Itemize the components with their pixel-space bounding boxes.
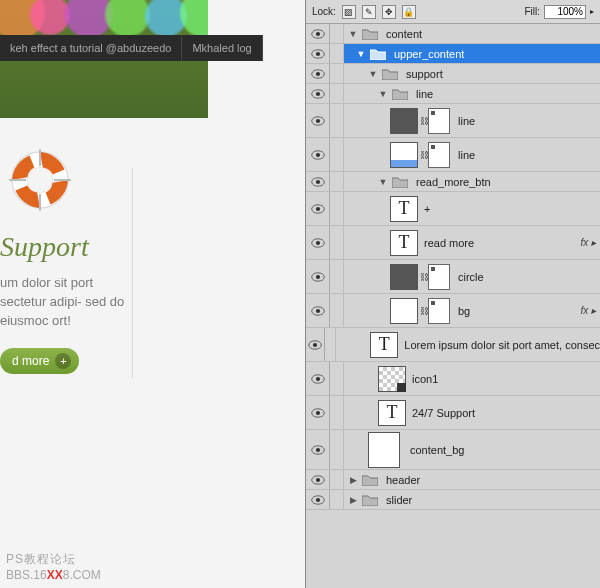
lock-label: Lock:: [312, 6, 336, 17]
text-layer-icon: T: [378, 400, 406, 426]
visibility-toggle[interactable]: [306, 260, 330, 293]
watermark-line2: BBS.16XX8.COM: [6, 568, 101, 582]
visibility-toggle[interactable]: [306, 470, 330, 489]
layer-thumb: [390, 142, 418, 168]
layer-tree: ▼content ▼upper_content ▼support ▼line ⛓…: [306, 24, 600, 588]
smart-object-thumb: [378, 366, 406, 392]
visibility-toggle[interactable]: [306, 430, 330, 469]
layer-support-group[interactable]: ▼support: [306, 64, 600, 84]
layer-circle[interactable]: ⛓circle: [306, 260, 600, 294]
layer-thumb: [390, 298, 418, 324]
svg-point-7: [315, 31, 319, 35]
lock-move-icon[interactable]: ✥: [382, 5, 396, 19]
lock-bar: Lock: ▨ ✎ ✥ 🔒 Fill: ▸: [306, 0, 600, 24]
svg-point-29: [313, 342, 317, 346]
svg-point-37: [315, 477, 319, 481]
visibility-toggle[interactable]: [306, 328, 325, 361]
visibility-toggle[interactable]: [306, 24, 330, 43]
document-tabs: keh effect a tutorial @abduzeedo Mkhaled…: [0, 35, 263, 61]
svg-point-17: [315, 152, 319, 156]
layer-lorem[interactable]: TLorem ipsum dolor sit port amet, consec: [306, 328, 600, 362]
mask-thumb: [428, 264, 450, 290]
visibility-toggle[interactable]: [306, 396, 330, 429]
layer-line-1[interactable]: ⛓line: [306, 104, 600, 138]
lifebuoy-icon: [5, 145, 75, 215]
folder-icon: [362, 28, 378, 40]
visibility-toggle[interactable]: [306, 294, 330, 327]
layer-read-more-group[interactable]: ▼read_more_btn: [306, 172, 600, 192]
tab-1[interactable]: keh effect a tutorial @abduzeedo: [0, 35, 182, 61]
svg-point-35: [315, 447, 319, 451]
svg-point-21: [315, 206, 319, 210]
svg-point-27: [315, 308, 319, 312]
lock-brush-icon[interactable]: ✎: [362, 5, 376, 19]
svg-point-15: [315, 118, 319, 122]
svg-point-33: [315, 410, 319, 414]
svg-point-19: [315, 179, 319, 183]
fill-arrow-icon[interactable]: ▸: [590, 7, 594, 16]
folder-icon: [362, 494, 378, 506]
layer-upper-content[interactable]: ▼upper_content: [306, 44, 600, 64]
mask-thumb: [428, 142, 450, 168]
visibility-toggle[interactable]: [306, 172, 330, 191]
folder-icon: [382, 68, 398, 80]
visibility-toggle[interactable]: [306, 362, 330, 395]
svg-point-13: [315, 91, 319, 95]
divider-line: [132, 168, 133, 378]
svg-point-39: [315, 497, 319, 501]
layer-slider[interactable]: ▶slider: [306, 490, 600, 510]
fill-label: Fill:: [524, 6, 540, 17]
layer-icon1[interactable]: icon1: [306, 362, 600, 396]
layer-bg[interactable]: ⛓bgfx ▸: [306, 294, 600, 328]
read-more-label: d more: [12, 354, 49, 368]
svg-point-25: [315, 274, 319, 278]
layers-panel: Lock: ▨ ✎ ✥ 🔒 Fill: ▸ ▼content ▼upper_co…: [305, 0, 600, 588]
folder-icon: [370, 48, 386, 60]
layer-content-bg[interactable]: content_bg: [306, 430, 600, 470]
watermark-line1: PS教程论坛: [6, 551, 101, 568]
layer-line-2[interactable]: ⛓line: [306, 138, 600, 172]
plus-icon: +: [55, 353, 71, 369]
folder-icon: [392, 88, 408, 100]
layer-support-text[interactable]: T24/7 Support: [306, 396, 600, 430]
visibility-toggle[interactable]: [306, 44, 330, 63]
mask-thumb: [428, 298, 450, 324]
design-canvas: keh effect a tutorial @abduzeedo Mkhaled…: [0, 0, 305, 588]
svg-point-1: [27, 167, 52, 192]
visibility-toggle[interactable]: [306, 84, 330, 103]
support-title: Support: [0, 231, 125, 263]
layer-read-more[interactable]: Tread morefx ▸: [306, 226, 600, 260]
lock-transparency-icon[interactable]: ▨: [342, 5, 356, 19]
fx-badge[interactable]: fx ▸: [580, 237, 596, 248]
tab-2[interactable]: Mkhaled log: [182, 35, 262, 61]
visibility-toggle[interactable]: [306, 138, 330, 171]
support-column: Support um dolor sit port sectetur adipi…: [0, 145, 125, 374]
text-layer-icon: T: [390, 196, 418, 222]
folder-icon: [362, 474, 378, 486]
visibility-toggle[interactable]: [306, 64, 330, 83]
visibility-toggle[interactable]: [306, 226, 330, 259]
fx-badge[interactable]: fx ▸: [580, 305, 596, 316]
lock-all-icon[interactable]: 🔒: [402, 5, 416, 19]
svg-point-31: [315, 376, 319, 380]
fill-input[interactable]: [544, 5, 586, 19]
read-more-button[interactable]: d more +: [0, 348, 79, 374]
layer-line-group[interactable]: ▼line: [306, 84, 600, 104]
folder-icon: [392, 176, 408, 188]
visibility-toggle[interactable]: [306, 192, 330, 225]
visibility-toggle[interactable]: [306, 490, 330, 509]
mask-thumb: [428, 108, 450, 134]
svg-point-23: [315, 240, 319, 244]
svg-point-11: [315, 71, 319, 75]
layer-thumb: [390, 108, 418, 134]
layer-thumb: [368, 432, 400, 468]
visibility-toggle[interactable]: [306, 104, 330, 137]
text-layer-icon: T: [370, 332, 398, 358]
layer-plus[interactable]: T+: [306, 192, 600, 226]
watermark: PS教程论坛 BBS.16XX8.COM: [6, 551, 101, 582]
layer-header[interactable]: ▶header: [306, 470, 600, 490]
svg-point-9: [315, 51, 319, 55]
layer-content[interactable]: ▼content: [306, 24, 600, 44]
support-body: um dolor sit port sectetur adipi- sed do…: [0, 273, 125, 330]
text-layer-icon: T: [390, 230, 418, 256]
